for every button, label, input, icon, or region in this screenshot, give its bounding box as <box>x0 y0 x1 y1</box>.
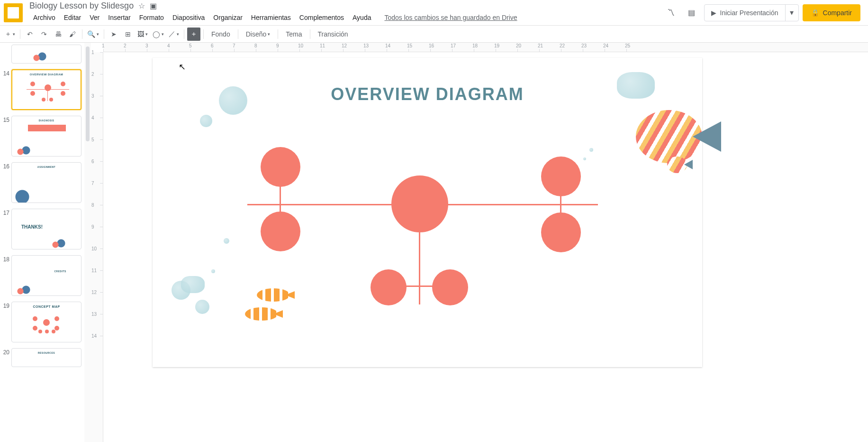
slide-number: 17 <box>2 209 11 216</box>
menu-slide[interactable]: Diapositiva <box>169 12 208 23</box>
slide-thumbnail-16[interactable]: ASSIGNMENT <box>11 162 81 203</box>
diagram-node[interactable] <box>541 157 581 196</box>
filmstrip-scrollbar[interactable] <box>84 43 91 442</box>
theme-button[interactable]: Tema <box>281 28 307 41</box>
image-tool[interactable]: 🖼 <box>136 28 150 41</box>
vertical-ruler: 1234567891011121314 <box>91 52 103 442</box>
present-label: Iniciar Presentación <box>720 9 778 17</box>
slide-number: 15 <box>2 116 11 123</box>
diagram-node[interactable] <box>261 212 300 251</box>
present-button-group: ▶ Iniciar Presentación ▾ <box>704 4 799 21</box>
paint-format-button[interactable]: 🖌 <box>66 28 79 41</box>
diagram-node[interactable] <box>541 212 581 252</box>
line-tool[interactable]: ／ <box>167 28 181 41</box>
slide-number: 14 <box>2 69 11 77</box>
print-button[interactable]: 🖶 <box>52 28 65 41</box>
slide-filmstrip[interactable]: 14 OVERVIEW DIAGRAM 15 DIAGNOSIS <box>0 43 84 442</box>
menu-bar: Archivo Editar Ver Insertar Formato Diap… <box>26 11 662 25</box>
menu-addons[interactable]: Complementos <box>296 12 348 23</box>
menu-arrange[interactable]: Organizar <box>209 12 246 23</box>
share-button[interactable]: 🔒 Compartir <box>803 4 860 21</box>
insert-comment-button[interactable]: ＋ <box>187 28 200 41</box>
diagram-node[interactable] <box>261 147 300 187</box>
overview-diagram[interactable] <box>153 58 702 367</box>
shape-tool[interactable]: ◯ <box>151 28 166 41</box>
diagram-node[interactable] <box>371 269 407 305</box>
slide-thumbnail-15[interactable]: DIAGNOSIS <box>11 116 81 157</box>
slide-thumbnail-prev[interactable] <box>11 45 81 64</box>
slide-thumbnail-17[interactable]: THANKS! <box>11 209 81 249</box>
slide-number: 20 <box>2 348 11 356</box>
slide-number: 16 <box>2 162 11 170</box>
slide-thumbnail-19[interactable]: CONCEPT MAP <box>11 302 81 342</box>
lock-icon: 🔒 <box>811 9 819 17</box>
title-bar: Biology Lesson by Slidesgo ☆ ▣ Archivo E… <box>0 0 868 26</box>
menu-format[interactable]: Formato <box>136 12 168 23</box>
star-icon[interactable]: ☆ <box>138 1 145 10</box>
slides-app-icon[interactable] <box>4 3 23 22</box>
slide-thumbnail-20[interactable]: RESOURCES <box>11 348 81 367</box>
menu-file[interactable]: Archivo <box>29 12 59 23</box>
comments-icon[interactable]: ▤ <box>683 4 700 21</box>
diagram-node-center[interactable] <box>391 175 448 232</box>
diagram-node[interactable] <box>432 269 468 305</box>
menu-insert[interactable]: Insertar <box>104 12 134 23</box>
transition-button[interactable]: Transición <box>313 28 353 41</box>
menu-view[interactable]: Ver <box>86 12 103 23</box>
menu-edit[interactable]: Editar <box>60 12 85 23</box>
slide-number <box>2 45 11 46</box>
title-block: Biology Lesson by Slidesgo ☆ ▣ Archivo E… <box>26 0 662 25</box>
present-dropdown[interactable]: ▾ <box>785 5 798 21</box>
main-area: 14 OVERVIEW DIAGRAM 15 DIAGNOSIS <box>0 43 868 442</box>
slide-number: 18 <box>2 255 11 263</box>
save-status: Todos los cambios se han guardado en Dri… <box>380 12 521 23</box>
slide-canvas[interactable]: OVERVIEW DIAGRAM <box>153 58 702 367</box>
select-tool[interactable]: ➤ <box>107 28 120 41</box>
undo-button[interactable]: ↶ <box>23 28 36 41</box>
slide-number: 19 <box>2 302 11 309</box>
move-to-folder-icon[interactable]: ▣ <box>150 1 157 10</box>
background-button[interactable]: Fondo <box>207 28 235 41</box>
explore-icon[interactable]: 〽 <box>662 4 679 21</box>
document-title[interactable]: Biology Lesson by Slidesgo <box>29 1 134 11</box>
slide-thumbnail-18[interactable]: CREDITS <box>11 255 81 296</box>
share-label: Compartir <box>823 9 852 17</box>
textbox-tool[interactable]: ⊞ <box>121 28 135 41</box>
menu-tools[interactable]: Herramientas <box>247 12 295 23</box>
horizontal-ruler: 1234567891011121314151617181920212223242… <box>103 43 868 52</box>
redo-button[interactable]: ↷ <box>37 28 51 41</box>
slide-thumbnail-14[interactable]: OVERVIEW DIAGRAM <box>11 69 81 110</box>
menu-help[interactable]: Ayuda <box>349 12 375 23</box>
new-slide-button[interactable]: ＋ <box>3 28 17 41</box>
canvas-area[interactable]: 1234567891011121314151617181920212223242… <box>91 43 868 442</box>
layout-button[interactable]: Diseño <box>241 28 275 41</box>
zoom-button[interactable]: 🔍 <box>85 28 101 41</box>
present-play-icon: ▶ <box>711 9 716 17</box>
